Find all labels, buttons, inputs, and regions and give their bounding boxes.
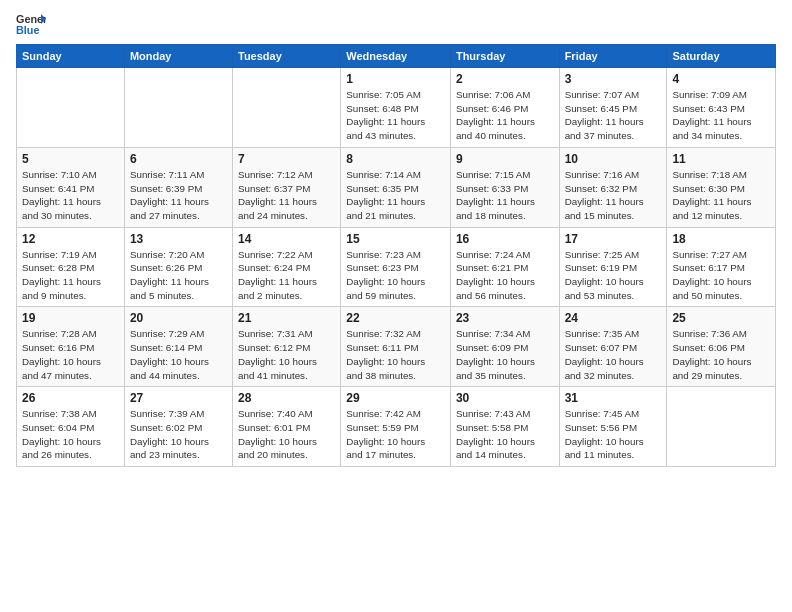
calendar-cell: 1Sunrise: 7:05 AM Sunset: 6:48 PM Daylig… <box>341 68 451 148</box>
weekday-header-saturday: Saturday <box>667 45 776 68</box>
day-info: Sunrise: 7:09 AM Sunset: 6:43 PM Dayligh… <box>672 88 770 143</box>
calendar-cell: 13Sunrise: 7:20 AM Sunset: 6:26 PM Dayli… <box>124 227 232 307</box>
weekday-header-monday: Monday <box>124 45 232 68</box>
calendar-cell: 11Sunrise: 7:18 AM Sunset: 6:30 PM Dayli… <box>667 147 776 227</box>
day-number: 3 <box>565 72 662 86</box>
day-number: 27 <box>130 391 227 405</box>
calendar-cell: 28Sunrise: 7:40 AM Sunset: 6:01 PM Dayli… <box>233 387 341 467</box>
calendar-cell: 8Sunrise: 7:14 AM Sunset: 6:35 PM Daylig… <box>341 147 451 227</box>
day-info: Sunrise: 7:25 AM Sunset: 6:19 PM Dayligh… <box>565 248 662 303</box>
day-number: 29 <box>346 391 445 405</box>
day-number: 23 <box>456 311 554 325</box>
day-info: Sunrise: 7:19 AM Sunset: 6:28 PM Dayligh… <box>22 248 119 303</box>
weekday-header-tuesday: Tuesday <box>233 45 341 68</box>
day-number: 21 <box>238 311 335 325</box>
day-number: 17 <box>565 232 662 246</box>
day-number: 2 <box>456 72 554 86</box>
day-number: 19 <box>22 311 119 325</box>
calendar-cell: 15Sunrise: 7:23 AM Sunset: 6:23 PM Dayli… <box>341 227 451 307</box>
day-info: Sunrise: 7:24 AM Sunset: 6:21 PM Dayligh… <box>456 248 554 303</box>
day-number: 26 <box>22 391 119 405</box>
calendar-cell: 20Sunrise: 7:29 AM Sunset: 6:14 PM Dayli… <box>124 307 232 387</box>
day-info: Sunrise: 7:12 AM Sunset: 6:37 PM Dayligh… <box>238 168 335 223</box>
calendar-cell: 10Sunrise: 7:16 AM Sunset: 6:32 PM Dayli… <box>559 147 667 227</box>
calendar-cell: 5Sunrise: 7:10 AM Sunset: 6:41 PM Daylig… <box>17 147 125 227</box>
day-info: Sunrise: 7:22 AM Sunset: 6:24 PM Dayligh… <box>238 248 335 303</box>
calendar-cell: 12Sunrise: 7:19 AM Sunset: 6:28 PM Dayli… <box>17 227 125 307</box>
day-info: Sunrise: 7:06 AM Sunset: 6:46 PM Dayligh… <box>456 88 554 143</box>
weekday-header-wednesday: Wednesday <box>341 45 451 68</box>
calendar-cell: 18Sunrise: 7:27 AM Sunset: 6:17 PM Dayli… <box>667 227 776 307</box>
day-info: Sunrise: 7:29 AM Sunset: 6:14 PM Dayligh… <box>130 327 227 382</box>
day-number: 5 <box>22 152 119 166</box>
calendar-cell: 16Sunrise: 7:24 AM Sunset: 6:21 PM Dayli… <box>450 227 559 307</box>
day-number: 24 <box>565 311 662 325</box>
day-number: 4 <box>672 72 770 86</box>
day-info: Sunrise: 7:11 AM Sunset: 6:39 PM Dayligh… <box>130 168 227 223</box>
day-number: 28 <box>238 391 335 405</box>
calendar-cell: 26Sunrise: 7:38 AM Sunset: 6:04 PM Dayli… <box>17 387 125 467</box>
day-info: Sunrise: 7:42 AM Sunset: 5:59 PM Dayligh… <box>346 407 445 462</box>
calendar-cell: 22Sunrise: 7:32 AM Sunset: 6:11 PM Dayli… <box>341 307 451 387</box>
day-info: Sunrise: 7:05 AM Sunset: 6:48 PM Dayligh… <box>346 88 445 143</box>
weekday-header-row: SundayMondayTuesdayWednesdayThursdayFrid… <box>17 45 776 68</box>
weekday-header-sunday: Sunday <box>17 45 125 68</box>
day-number: 16 <box>456 232 554 246</box>
day-number: 25 <box>672 311 770 325</box>
day-info: Sunrise: 7:39 AM Sunset: 6:02 PM Dayligh… <box>130 407 227 462</box>
day-info: Sunrise: 7:23 AM Sunset: 6:23 PM Dayligh… <box>346 248 445 303</box>
calendar-cell: 14Sunrise: 7:22 AM Sunset: 6:24 PM Dayli… <box>233 227 341 307</box>
calendar-cell: 2Sunrise: 7:06 AM Sunset: 6:46 PM Daylig… <box>450 68 559 148</box>
day-info: Sunrise: 7:07 AM Sunset: 6:45 PM Dayligh… <box>565 88 662 143</box>
day-number: 9 <box>456 152 554 166</box>
calendar-cell: 4Sunrise: 7:09 AM Sunset: 6:43 PM Daylig… <box>667 68 776 148</box>
calendar-cell: 19Sunrise: 7:28 AM Sunset: 6:16 PM Dayli… <box>17 307 125 387</box>
day-number: 6 <box>130 152 227 166</box>
calendar-cell: 30Sunrise: 7:43 AM Sunset: 5:58 PM Dayli… <box>450 387 559 467</box>
calendar-cell: 21Sunrise: 7:31 AM Sunset: 6:12 PM Dayli… <box>233 307 341 387</box>
calendar-cell <box>124 68 232 148</box>
day-info: Sunrise: 7:16 AM Sunset: 6:32 PM Dayligh… <box>565 168 662 223</box>
calendar-cell: 17Sunrise: 7:25 AM Sunset: 6:19 PM Dayli… <box>559 227 667 307</box>
calendar-cell: 24Sunrise: 7:35 AM Sunset: 6:07 PM Dayli… <box>559 307 667 387</box>
calendar-cell <box>233 68 341 148</box>
day-info: Sunrise: 7:28 AM Sunset: 6:16 PM Dayligh… <box>22 327 119 382</box>
day-number: 30 <box>456 391 554 405</box>
weekday-header-thursday: Thursday <box>450 45 559 68</box>
calendar-cell: 23Sunrise: 7:34 AM Sunset: 6:09 PM Dayli… <box>450 307 559 387</box>
day-number: 7 <box>238 152 335 166</box>
calendar-table: SundayMondayTuesdayWednesdayThursdayFrid… <box>16 44 776 467</box>
calendar-cell: 29Sunrise: 7:42 AM Sunset: 5:59 PM Dayli… <box>341 387 451 467</box>
day-number: 8 <box>346 152 445 166</box>
day-info: Sunrise: 7:27 AM Sunset: 6:17 PM Dayligh… <box>672 248 770 303</box>
weekday-header-friday: Friday <box>559 45 667 68</box>
day-info: Sunrise: 7:40 AM Sunset: 6:01 PM Dayligh… <box>238 407 335 462</box>
calendar-cell: 9Sunrise: 7:15 AM Sunset: 6:33 PM Daylig… <box>450 147 559 227</box>
day-number: 20 <box>130 311 227 325</box>
day-info: Sunrise: 7:43 AM Sunset: 5:58 PM Dayligh… <box>456 407 554 462</box>
day-number: 15 <box>346 232 445 246</box>
day-info: Sunrise: 7:38 AM Sunset: 6:04 PM Dayligh… <box>22 407 119 462</box>
calendar-cell: 27Sunrise: 7:39 AM Sunset: 6:02 PM Dayli… <box>124 387 232 467</box>
day-info: Sunrise: 7:34 AM Sunset: 6:09 PM Dayligh… <box>456 327 554 382</box>
calendar-cell <box>17 68 125 148</box>
day-info: Sunrise: 7:18 AM Sunset: 6:30 PM Dayligh… <box>672 168 770 223</box>
page-container: General Blue SundayMondayTuesdayWednesda… <box>0 0 792 475</box>
day-info: Sunrise: 7:20 AM Sunset: 6:26 PM Dayligh… <box>130 248 227 303</box>
calendar-cell: 25Sunrise: 7:36 AM Sunset: 6:06 PM Dayli… <box>667 307 776 387</box>
calendar-week-1: 1Sunrise: 7:05 AM Sunset: 6:48 PM Daylig… <box>17 68 776 148</box>
day-number: 1 <box>346 72 445 86</box>
day-number: 13 <box>130 232 227 246</box>
day-number: 31 <box>565 391 662 405</box>
day-info: Sunrise: 7:15 AM Sunset: 6:33 PM Dayligh… <box>456 168 554 223</box>
calendar-cell <box>667 387 776 467</box>
calendar-cell: 7Sunrise: 7:12 AM Sunset: 6:37 PM Daylig… <box>233 147 341 227</box>
day-info: Sunrise: 7:10 AM Sunset: 6:41 PM Dayligh… <box>22 168 119 223</box>
calendar-week-4: 19Sunrise: 7:28 AM Sunset: 6:16 PM Dayli… <box>17 307 776 387</box>
day-number: 11 <box>672 152 770 166</box>
svg-text:Blue: Blue <box>16 24 39 36</box>
day-info: Sunrise: 7:35 AM Sunset: 6:07 PM Dayligh… <box>565 327 662 382</box>
day-info: Sunrise: 7:32 AM Sunset: 6:11 PM Dayligh… <box>346 327 445 382</box>
calendar-week-2: 5Sunrise: 7:10 AM Sunset: 6:41 PM Daylig… <box>17 147 776 227</box>
day-number: 14 <box>238 232 335 246</box>
